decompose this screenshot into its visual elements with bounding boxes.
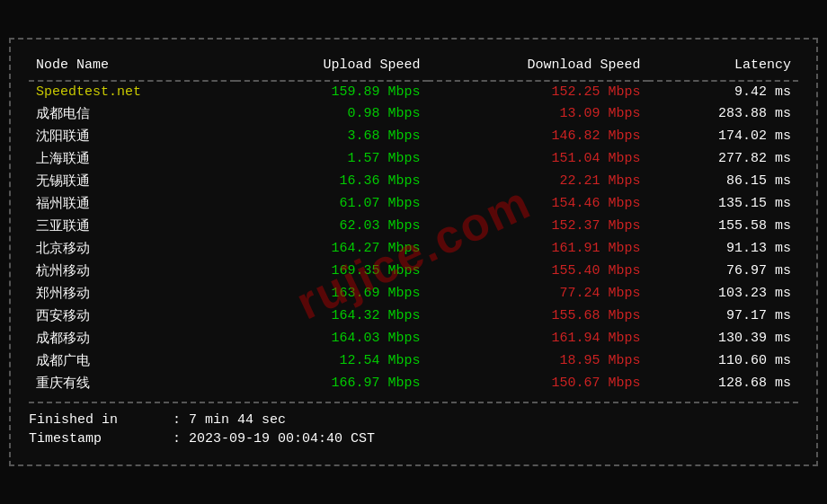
cell-download: 146.82 Mbps bbox=[428, 125, 648, 147]
cell-latency: 76.97 ms bbox=[648, 260, 798, 282]
table-row: 郑州移动163.69 Mbps77.24 Mbps103.23 ms bbox=[29, 282, 798, 305]
cell-upload: 166.97 Mbps bbox=[236, 372, 428, 394]
footer-timestamp-label: Timestamp bbox=[29, 431, 173, 447]
cell-upload: 159.89 Mbps bbox=[236, 81, 428, 102]
table-row: 三亚联通62.03 Mbps152.37 Mbps155.58 ms bbox=[29, 215, 798, 237]
cell-upload: 61.07 Mbps bbox=[236, 192, 428, 215]
cell-node: 西安移动 bbox=[29, 305, 236, 327]
cell-upload: 164.27 Mbps bbox=[236, 237, 428, 260]
cell-node: 成都广电 bbox=[29, 349, 236, 372]
header-download: Download Speed bbox=[428, 54, 648, 81]
cell-upload: 3.68 Mbps bbox=[236, 125, 428, 147]
cell-download: 151.04 Mbps bbox=[428, 147, 648, 170]
cell-node: 成都电信 bbox=[29, 102, 236, 125]
header-latency: Latency bbox=[648, 54, 798, 81]
cell-node: Speedtest.net bbox=[29, 81, 236, 102]
cell-latency: 283.88 ms bbox=[648, 102, 798, 125]
table-row: 杭州移动169.35 Mbps155.40 Mbps76.97 ms bbox=[29, 260, 798, 282]
table-row: 无锡联通16.36 Mbps22.21 Mbps86.15 ms bbox=[29, 170, 798, 192]
table-row: Speedtest.net159.89 Mbps152.25 Mbps9.42 … bbox=[29, 81, 798, 102]
footer-finished-value: : 7 min 44 sec bbox=[173, 412, 286, 428]
footer-timestamp-value: : 2023-09-19 00:04:40 CST bbox=[173, 431, 375, 447]
table-row: 西安移动164.32 Mbps155.68 Mbps97.17 ms bbox=[29, 305, 798, 327]
table-row: 成都移动164.03 Mbps161.94 Mbps130.39 ms bbox=[29, 327, 798, 349]
cell-node: 沈阳联通 bbox=[29, 125, 236, 147]
cell-upload: 62.03 Mbps bbox=[236, 215, 428, 237]
table-row: 北京移动164.27 Mbps161.91 Mbps91.13 ms bbox=[29, 237, 798, 260]
cell-download: 18.95 Mbps bbox=[428, 349, 648, 372]
cell-node: 福州联通 bbox=[29, 192, 236, 215]
cell-upload: 1.57 Mbps bbox=[236, 147, 428, 170]
cell-latency: 155.58 ms bbox=[648, 215, 798, 237]
cell-download: 154.46 Mbps bbox=[428, 192, 648, 215]
table-row: 成都电信0.98 Mbps13.09 Mbps283.88 ms bbox=[29, 102, 798, 125]
cell-node: 郑州移动 bbox=[29, 282, 236, 305]
table-row: 重庆有线166.97 Mbps150.67 Mbps128.68 ms bbox=[29, 372, 798, 394]
table-row: 上海联通1.57 Mbps151.04 Mbps277.82 ms bbox=[29, 147, 798, 170]
cell-node: 无锡联通 bbox=[29, 170, 236, 192]
cell-upload: 0.98 Mbps bbox=[236, 102, 428, 125]
footer-finished-row: Finished in : 7 min 44 sec bbox=[29, 412, 798, 428]
cell-latency: 135.15 ms bbox=[648, 192, 798, 215]
cell-latency: 174.02 ms bbox=[648, 125, 798, 147]
speed-table: Node Name Upload Speed Download Speed La… bbox=[29, 54, 798, 394]
table-row: 成都广电12.54 Mbps18.95 Mbps110.60 ms bbox=[29, 349, 798, 372]
cell-latency: 86.15 ms bbox=[648, 170, 798, 192]
header-node: Node Name bbox=[29, 54, 236, 81]
cell-upload: 12.54 Mbps bbox=[236, 349, 428, 372]
cell-node: 上海联通 bbox=[29, 147, 236, 170]
cell-download: 77.24 Mbps bbox=[428, 282, 648, 305]
terminal-container: rujicе.соm Node Name Upload Speed Downlo… bbox=[9, 38, 818, 466]
cell-download: 152.25 Mbps bbox=[428, 81, 648, 102]
cell-node: 三亚联通 bbox=[29, 215, 236, 237]
cell-download: 152.37 Mbps bbox=[428, 215, 648, 237]
cell-upload: 163.69 Mbps bbox=[236, 282, 428, 305]
cell-node: 北京移动 bbox=[29, 237, 236, 260]
header-upload: Upload Speed bbox=[236, 54, 428, 81]
cell-upload: 16.36 Mbps bbox=[236, 170, 428, 192]
cell-upload: 169.35 Mbps bbox=[236, 260, 428, 282]
cell-node: 重庆有线 bbox=[29, 372, 236, 394]
cell-latency: 103.23 ms bbox=[648, 282, 798, 305]
cell-latency: 110.60 ms bbox=[648, 349, 798, 372]
cell-latency: 97.17 ms bbox=[648, 305, 798, 327]
cell-node: 成都移动 bbox=[29, 327, 236, 349]
cell-download: 13.09 Mbps bbox=[428, 102, 648, 125]
footer-finished-label: Finished in bbox=[29, 412, 173, 428]
table-row: 福州联通61.07 Mbps154.46 Mbps135.15 ms bbox=[29, 192, 798, 215]
cell-download: 161.91 Mbps bbox=[428, 237, 648, 260]
cell-latency: 130.39 ms bbox=[648, 327, 798, 349]
cell-upload: 164.32 Mbps bbox=[236, 305, 428, 327]
cell-latency: 9.42 ms bbox=[648, 81, 798, 102]
cell-latency: 277.82 ms bbox=[648, 147, 798, 170]
cell-download: 161.94 Mbps bbox=[428, 327, 648, 349]
cell-latency: 91.13 ms bbox=[648, 237, 798, 260]
table-row: 沈阳联通3.68 Mbps146.82 Mbps174.02 ms bbox=[29, 125, 798, 147]
cell-latency: 128.68 ms bbox=[648, 372, 798, 394]
footer: Finished in : 7 min 44 sec Timestamp : 2… bbox=[29, 402, 798, 447]
cell-download: 22.21 Mbps bbox=[428, 170, 648, 192]
cell-download: 155.40 Mbps bbox=[428, 260, 648, 282]
cell-download: 155.68 Mbps bbox=[428, 305, 648, 327]
footer-timestamp-row: Timestamp : 2023-09-19 00:04:40 CST bbox=[29, 431, 798, 447]
cell-upload: 164.03 Mbps bbox=[236, 327, 428, 349]
cell-download: 150.67 Mbps bbox=[428, 372, 648, 394]
cell-node: 杭州移动 bbox=[29, 260, 236, 282]
